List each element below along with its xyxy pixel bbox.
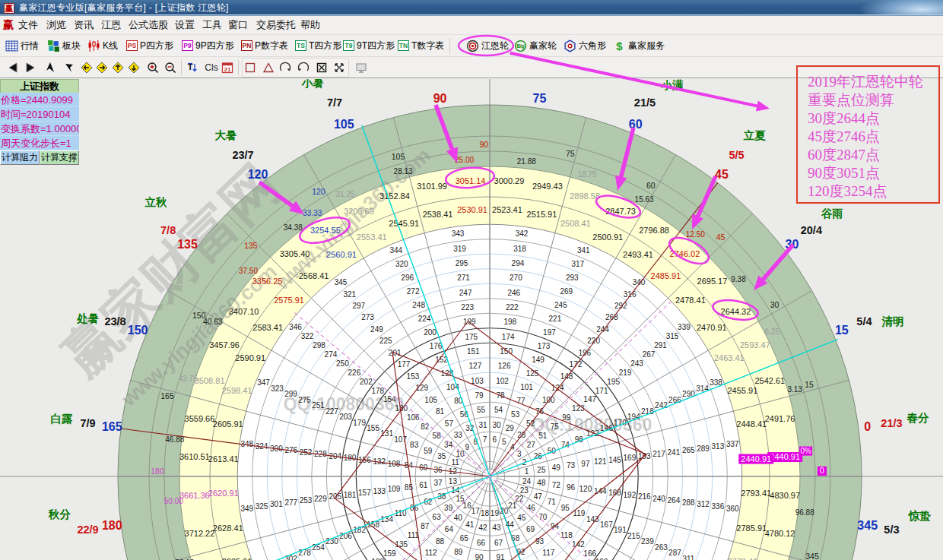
- toolbar-item-P数字表[interactable]: PNP数字表: [241, 40, 288, 52]
- calc-support-button[interactable]: 计算支撑: [40, 150, 79, 165]
- price-cell-inner: 2785.91: [736, 524, 767, 533]
- zoom-out-button[interactable]: [163, 59, 178, 76]
- screen-button[interactable]: [354, 59, 369, 76]
- peak-down-button[interactable]: [62, 59, 77, 76]
- spiral-number: 25: [537, 466, 546, 474]
- spiral-number: 126: [498, 362, 511, 370]
- toolbar-item-T数字表[interactable]: TNT数字表: [398, 40, 444, 52]
- menu-item-6[interactable]: 设置: [175, 18, 195, 32]
- spiral-number: 289: [697, 445, 710, 453]
- menu-bar: 赢 文件浏览资讯江恩公式选股设置工具窗口交易委托帮助: [0, 16, 943, 35]
- toolbar-item-K线[interactable]: K线: [87, 40, 118, 52]
- spiral-number: 263: [655, 543, 668, 552]
- menu-item-7[interactable]: 工具: [202, 18, 222, 32]
- solar-term-date: 21/5: [634, 96, 656, 109]
- spiral-number: 311: [682, 555, 694, 560]
- t-down-button[interactable]: T: [185, 59, 200, 76]
- price-cell-outer: 3457.96: [209, 340, 240, 350]
- zoom-in-button[interactable]: [145, 59, 160, 76]
- spiral-number: 319: [453, 245, 466, 253]
- price-cell-highlight: 2440.91: [770, 452, 800, 461]
- solar-term-date: 7/7: [327, 96, 342, 109]
- price-cell-inner: 2515.91: [527, 210, 557, 219]
- rect: [246, 63, 255, 71]
- spiral-number: 18: [481, 509, 490, 517]
- prev-arrow-button[interactable]: [5, 59, 21, 76]
- spiral-number: 63: [433, 513, 442, 521]
- menu-item-8[interactable]: 窗口: [228, 18, 248, 32]
- spiral-number: 313: [712, 442, 725, 451]
- price-cell-outer: 3559.66: [185, 414, 215, 423]
- spiral-number: 6: [493, 435, 497, 444]
- spiral-number: 312: [697, 500, 710, 508]
- price-cell-inner: 2793.41: [741, 489, 771, 498]
- spiral-number: 89: [454, 548, 463, 556]
- toolbar-item-行情[interactable]: 行情: [5, 40, 39, 52]
- toolbar-item-T四方形[interactable]: TST四方形: [295, 40, 341, 52]
- menu-item-10[interactable]: 帮助: [300, 18, 320, 32]
- spiral-number: 19: [491, 509, 500, 517]
- diamond-up-button[interactable]: [110, 59, 125, 76]
- move-cross-button[interactable]: [332, 59, 347, 76]
- toolbar-item-9T四方形[interactable]: T99T四方形: [343, 40, 395, 52]
- toolbar-item-赢家轮[interactable]: Big赢家轮: [514, 40, 557, 52]
- peak-up-button[interactable]: [43, 59, 58, 76]
- menu-item-3[interactable]: 资讯: [74, 18, 94, 32]
- next-arrow-button[interactable]: [23, 59, 38, 76]
- toolbar-item-板块[interactable]: 板块: [47, 40, 81, 52]
- toolbar-item-9P四方形[interactable]: P99P四方形: [182, 40, 234, 52]
- price-cell-outer: 2644.32: [721, 307, 751, 316]
- move-cross-icon: [333, 62, 345, 74]
- square-tool-button[interactable]: [243, 59, 258, 76]
- menu-item-2[interactable]: 浏览: [46, 18, 66, 32]
- diamond-left-button[interactable]: [79, 59, 94, 76]
- menu-item-5[interactable]: 公式选股: [129, 18, 168, 32]
- spiral-number: 216: [638, 492, 651, 501]
- menu-item-1[interactable]: 文件: [18, 18, 38, 32]
- toolbar-item-六角形[interactable]: 六角形: [564, 40, 606, 52]
- price-cell-outer: 2593.47: [740, 340, 770, 350]
- spiral-number: 318: [513, 245, 526, 253]
- note-line: 45度2746点: [808, 128, 938, 146]
- gann-wheel-icon: [466, 40, 479, 52]
- path: [335, 64, 343, 71]
- triangle-tool-button[interactable]: [261, 59, 276, 76]
- spiral-number: 181: [344, 491, 357, 499]
- spiral-number: 35: [437, 452, 446, 460]
- price-cell-outer: 2796.88: [639, 226, 669, 235]
- spiral-number: 336: [712, 502, 725, 511]
- arc-ccw-button[interactable]: [296, 59, 311, 76]
- solar-term-date: 5/5: [729, 149, 744, 161]
- price-cell-inner: 2530.91: [457, 205, 487, 214]
- toolbar-item-江恩轮[interactable]: 江恩轮: [466, 40, 509, 52]
- spiral-number: 202: [360, 378, 373, 386]
- winner-wheel-icon: Big: [514, 40, 527, 52]
- toolbar-item-赢家服务[interactable]: $赢家服务: [613, 40, 665, 52]
- calendar-button[interactable]: 21: [220, 59, 235, 76]
- calc-resistance-button[interactable]: 计算阻力: [0, 150, 40, 165]
- spiral-number: 69: [526, 525, 535, 533]
- spiral-number: 270: [510, 274, 522, 282]
- spiral-number: 265: [682, 446, 695, 454]
- cls-button[interactable]: Cls: [204, 59, 219, 76]
- solar-term-date: 21/3: [881, 417, 902, 429]
- hexagon-icon: [564, 40, 576, 52]
- spiral-number: 97: [581, 460, 590, 468]
- toolbar-item-P四方形[interactable]: PSP四方形: [126, 40, 173, 52]
- menu-item-9[interactable]: 交易委托: [256, 18, 296, 32]
- diamond-down-button[interactable]: [126, 59, 141, 76]
- diamond-right-button[interactable]: [94, 59, 110, 76]
- menu-item-4[interactable]: 江恩: [101, 18, 121, 32]
- arc-cw-button[interactable]: [278, 59, 293, 76]
- pn-badge-icon: PN: [241, 40, 252, 51]
- spiral-number: 196: [578, 349, 591, 357]
- box-x-button[interactable]: [314, 59, 329, 76]
- toolbar-item-label: 行情: [21, 40, 39, 52]
- peak-up-icon: [44, 62, 56, 74]
- spiral-number: 227: [325, 407, 338, 416]
- price-cell-outer: 3508.81: [195, 376, 225, 385]
- spiral-number: 292: [614, 302, 627, 310]
- degree-cell: 180: [151, 467, 164, 476]
- spiral-number: 317: [571, 260, 584, 268]
- spiral-number: 117: [542, 549, 554, 557]
